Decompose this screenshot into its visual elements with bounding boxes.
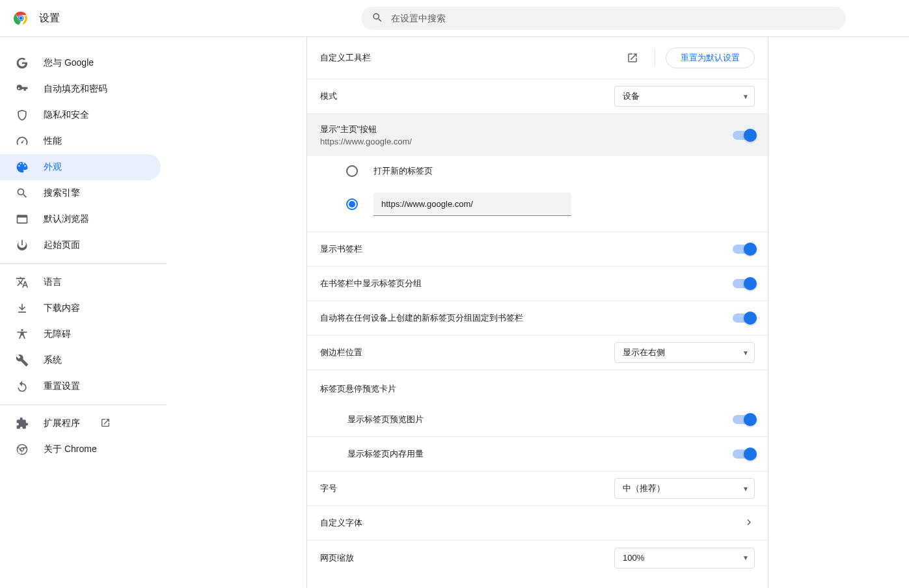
gauge-icon (16, 135, 29, 148)
settings-content: 自定义工具栏 重置为默认设置 模式 设备 ▼ 显示"主页"按钮 (306, 37, 768, 588)
sidebar-item-label: 系统 (44, 354, 62, 366)
sidebar-item-privacy[interactable]: 隐私和安全 (0, 102, 161, 128)
sidebar-item-label: 隐私和安全 (44, 109, 89, 121)
home-radio-custom[interactable] (346, 198, 358, 210)
chevron-down-icon: ▼ (742, 554, 749, 561)
nav-separator (0, 405, 166, 405)
shield-icon (16, 109, 29, 122)
sidebar: 您与 Google 自动填充和密码 隐私和安全 性能 外观 搜索引擎 默认浏览器 (0, 37, 166, 588)
tab-groups-toggle[interactable] (733, 279, 755, 288)
auto-pin-toggle[interactable] (733, 314, 755, 323)
sidebar-item-autofill[interactable]: 自动填充和密码 (0, 76, 161, 102)
divider (655, 50, 655, 66)
home-button-toggle[interactable] (733, 131, 755, 140)
search-input[interactable] (391, 13, 835, 23)
bookmarks-bar-label: 显示书签栏 (320, 243, 362, 255)
chevron-right-icon (743, 516, 755, 530)
dropdown-value: 显示在右侧 (623, 347, 665, 358)
search-box[interactable] (361, 7, 846, 30)
sidepanel-dropdown[interactable]: 显示在右侧 ▼ (614, 342, 755, 363)
hover-memory-label: 显示标签页内存用量 (347, 448, 424, 460)
chevron-down-icon: ▼ (742, 349, 749, 356)
topbar: 设置 (0, 0, 909, 37)
power-icon (16, 239, 29, 252)
bookmarks-bar-toggle[interactable] (733, 245, 755, 254)
custom-toolbar-label: 自定义工具栏 (320, 52, 371, 64)
sidebar-item-label: 您与 Google (44, 57, 94, 69)
mode-dropdown[interactable]: 设备 ▼ (614, 86, 755, 107)
auto-pin-label: 自动将在任何设备上创建的新标签页分组固定到书签栏 (320, 312, 523, 324)
chrome-outline-icon (16, 443, 29, 456)
key-icon (16, 83, 29, 96)
home-radio-newtab[interactable] (346, 165, 358, 177)
sidebar-item-reset[interactable]: 重置设置 (0, 373, 161, 399)
home-radio-newtab-label: 打开新的标签页 (373, 165, 433, 177)
dropdown-value: 设备 (623, 90, 640, 102)
page-zoom-dropdown[interactable]: 100% ▼ (614, 548, 755, 568)
hover-section-label: 标签页悬停预览卡片 (307, 370, 768, 403)
sidebar-item-label: 无障碍 (44, 328, 71, 340)
sidebar-item-label: 性能 (44, 135, 62, 147)
dropdown-value: 100% (623, 553, 644, 563)
sidepanel-label: 侧边栏位置 (320, 347, 362, 358)
accessibility-icon (16, 328, 29, 341)
reset-icon (16, 380, 29, 393)
reset-default-button[interactable]: 重置为默认设置 (666, 47, 755, 68)
sidebar-item-about[interactable]: 关于 Chrome (0, 436, 161, 462)
sidebar-item-label: 自动填充和密码 (44, 83, 107, 95)
sidebar-item-label: 搜索引擎 (44, 187, 80, 199)
sidebar-item-you-and-google[interactable]: 您与 Google (0, 50, 161, 76)
sidebar-item-accessibility[interactable]: 无障碍 (0, 321, 161, 347)
extension-icon (16, 417, 29, 430)
sidebar-item-extensions[interactable]: 扩展程序 (0, 410, 161, 436)
sidebar-item-label: 起始页面 (44, 239, 80, 251)
custom-fonts-label: 自定义字体 (320, 517, 362, 529)
sidebar-item-system[interactable]: 系统 (0, 347, 161, 373)
svg-point-2 (20, 17, 23, 20)
browser-icon (16, 213, 29, 226)
sidebar-item-label: 默认浏览器 (44, 213, 89, 225)
sidebar-item-languages[interactable]: 语言 (0, 269, 161, 295)
hover-memory-toggle[interactable] (733, 449, 755, 459)
sidebar-item-label: 语言 (44, 276, 62, 288)
home-button-sublabel: https://www.google.com/ (320, 137, 412, 146)
chevron-down-icon: ▼ (742, 485, 749, 492)
font-size-label: 字号 (320, 483, 337, 494)
sidebar-item-downloads[interactable]: 下载内容 (0, 295, 161, 321)
search-icon (16, 187, 29, 200)
dropdown-value: 中（推荐） (623, 483, 665, 494)
open-toolbar-button[interactable] (621, 46, 644, 70)
sidebar-item-label: 外观 (44, 161, 62, 173)
home-button-label: 显示"主页"按钮 (320, 124, 412, 135)
sidebar-item-appearance[interactable]: 外观 (0, 154, 161, 180)
sidebar-item-label: 下载内容 (44, 302, 80, 314)
chrome-logo-icon (13, 10, 29, 26)
palette-icon (16, 161, 29, 174)
chevron-down-icon: ▼ (742, 93, 749, 100)
sidebar-item-on-startup[interactable]: 起始页面 (0, 232, 161, 258)
hover-preview-label: 显示标签页预览图片 (347, 414, 424, 425)
sidebar-item-label: 关于 Chrome (44, 444, 97, 455)
sidebar-item-search-engine[interactable]: 搜索引擎 (0, 180, 161, 206)
page-zoom-label: 网页缩放 (320, 552, 354, 564)
search-icon (372, 12, 383, 25)
home-url-input[interactable] (381, 199, 563, 209)
sidebar-item-default-browser[interactable]: 默认浏览器 (0, 206, 161, 232)
page-title: 设置 (39, 12, 60, 25)
hover-preview-toggle[interactable] (733, 415, 755, 424)
mode-label: 模式 (320, 90, 337, 102)
tab-groups-label: 在书签栏中显示标签页分组 (320, 278, 422, 289)
home-url-input-wrap[interactable] (373, 193, 571, 216)
nav-separator (0, 263, 166, 264)
sidebar-item-label: 重置设置 (44, 381, 80, 392)
google-g-icon (16, 57, 29, 70)
download-icon (16, 302, 29, 315)
translate-icon (16, 276, 29, 289)
open-external-icon (100, 418, 111, 430)
sidebar-item-performance[interactable]: 性能 (0, 128, 161, 154)
sidebar-item-label: 扩展程序 (44, 418, 80, 429)
custom-fonts-row[interactable]: 自定义字体 (307, 506, 768, 541)
font-size-dropdown[interactable]: 中（推荐） ▼ (614, 478, 755, 499)
wrench-icon (16, 354, 29, 367)
